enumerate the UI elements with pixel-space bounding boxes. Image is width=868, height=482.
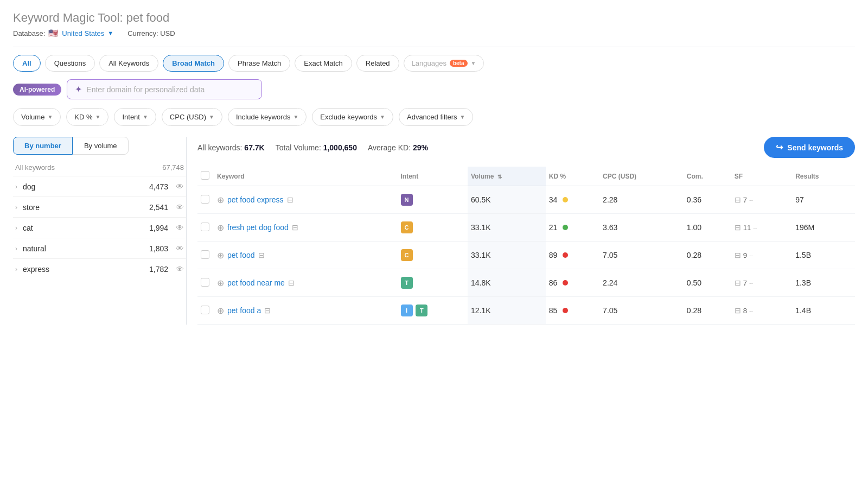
volume-filter[interactable]: Volume ▼	[13, 108, 61, 126]
sort-icon[interactable]: ⇅	[497, 174, 502, 180]
advanced-filters-label: Advanced filters	[407, 113, 457, 121]
include-keywords-filter[interactable]: Include keywords ▼	[228, 108, 307, 126]
add-keyword-icon[interactable]: ⊕	[217, 250, 224, 261]
keyword-link[interactable]: ⊕ pet food a ⊟	[217, 306, 394, 316]
sidebar-item-count: 4,473	[149, 182, 168, 191]
sidebar-item-store[interactable]: › store 2,541 👁	[13, 196, 186, 217]
intent-cell: C	[398, 242, 468, 269]
serp-icon[interactable]: ⊟	[258, 251, 265, 259]
eye-icon[interactable]: 👁	[176, 264, 184, 274]
tab-related[interactable]: Related	[356, 55, 399, 72]
total-volume-summary: Total Volume: 1,000,650	[276, 143, 357, 152]
kd-dot-red	[563, 252, 568, 258]
chevron-down-icon[interactable]: ▼	[107, 30, 113, 36]
table-row: ⊕ pet food a ⊟ I T 12.1K 85	[197, 297, 855, 325]
db-country-link[interactable]: United States	[62, 29, 104, 37]
kd-cell: 34	[546, 186, 599, 214]
table-row: ⊕ pet food ⊟ C 33.1K 89 7.05	[197, 242, 855, 269]
sidebar-item-natural[interactable]: › natural 1,803 👁	[13, 238, 186, 258]
serp-icon[interactable]: ⊟	[292, 223, 298, 232]
sidebar-item-dog[interactable]: › dog 4,473 👁	[13, 176, 186, 196]
keyword-link[interactable]: ⊕ pet food near me ⊟	[217, 278, 394, 288]
add-keyword-icon[interactable]: ⊕	[217, 223, 224, 233]
exclude-keywords-filter[interactable]: Exclude keywords ▼	[312, 108, 393, 126]
serp-icon[interactable]: ⊟	[264, 306, 271, 315]
row-checkbox-cell	[197, 269, 214, 297]
sf-cell: ⊟ 7 --	[731, 186, 793, 214]
page-title: Keyword Magic Tool: pet food	[13, 11, 855, 25]
sf-cell: ⊟ 8 --	[731, 297, 793, 325]
sidebar-item-cat[interactable]: › cat 1,994 👁	[13, 217, 186, 238]
keyword-link[interactable]: ⊕ pet food express ⊟	[217, 195, 394, 205]
table-row: ⊕ fresh pet dog food ⊟ C 33.1K 21 3	[197, 214, 855, 242]
send-keywords-button[interactable]: ↪ Send keywords	[764, 137, 855, 158]
search-keyword: pet food	[126, 11, 170, 24]
sidebar-item-express[interactable]: › express 1,782 👁	[13, 258, 186, 279]
add-keyword-icon[interactable]: ⊕	[217, 306, 224, 316]
col-sf: SF	[731, 167, 793, 186]
cpc-cell: 2.24	[599, 269, 684, 297]
cpc-filter[interactable]: CPC (USD) ▼	[162, 108, 222, 126]
chevron-down-icon: ▼	[95, 114, 101, 120]
sf-cell: ⊟ 11 --	[731, 214, 793, 242]
com-cell: 0.28	[684, 242, 731, 269]
eye-icon[interactable]: 👁	[176, 182, 184, 191]
eye-icon[interactable]: 👁	[176, 223, 184, 232]
tab-all[interactable]: All	[13, 55, 41, 72]
results-cell: 196M	[792, 214, 855, 242]
add-keyword-icon[interactable]: ⊕	[217, 278, 224, 288]
volume-cell: 33.1K	[468, 242, 546, 269]
sf-icon: ⊟	[735, 306, 741, 315]
results-cell: 97	[792, 186, 855, 214]
filters-row: Volume ▼ KD % ▼ Intent ▼ CPC (USD) ▼ Inc…	[13, 108, 855, 126]
row-checkbox[interactable]	[201, 278, 209, 287]
ai-input-wrapper[interactable]: ✦ Enter domain for personalized data	[67, 79, 262, 99]
add-keyword-icon[interactable]: ⊕	[217, 195, 224, 205]
table-row: ⊕ pet food express ⊟ N 60.5K 34 2.2	[197, 186, 855, 214]
intent-badge-t: T	[416, 305, 427, 316]
kd-dot-yellow	[563, 197, 568, 202]
sf-icon: ⊟	[735, 251, 741, 259]
chevron-down-icon: ▼	[293, 114, 298, 120]
serp-icon[interactable]: ⊟	[288, 278, 295, 287]
keyword-link[interactable]: ⊕ pet food ⊟	[217, 250, 394, 261]
header-section: Keyword Magic Tool: pet food Database: 🇺…	[13, 11, 855, 38]
sf-cell: ⊟ 7 --	[731, 269, 793, 297]
select-all-checkbox[interactable]	[201, 171, 209, 180]
chevron-down-icon: ▼	[143, 114, 148, 120]
sf-cell: ⊟ 9 --	[731, 242, 793, 269]
cpc-cell: 7.05	[599, 242, 684, 269]
tab-phrase-match[interactable]: Phrase Match	[228, 55, 290, 72]
volume-cell: 60.5K	[468, 186, 546, 214]
eye-icon[interactable]: 👁	[176, 244, 184, 253]
keyword-link[interactable]: ⊕ fresh pet dog food ⊟	[217, 223, 394, 233]
sidebar-item-label: dog	[23, 182, 146, 191]
tab-broad-match[interactable]: Broad Match	[163, 55, 224, 72]
eye-icon[interactable]: 👁	[176, 202, 184, 212]
tab-languages[interactable]: Languages beta ▼	[404, 55, 484, 72]
chevron-down-icon: ▼	[47, 114, 53, 120]
intent-filter[interactable]: Intent ▼	[114, 108, 156, 126]
tab-all-keywords[interactable]: All Keywords	[99, 55, 158, 72]
header-divider	[13, 47, 855, 47]
sf-dashes: --	[749, 196, 753, 203]
tab-exact-match[interactable]: Exact Match	[295, 55, 352, 72]
sidebar-item-label: cat	[23, 224, 146, 232]
row-checkbox[interactable]	[201, 250, 209, 259]
serp-icon[interactable]: ⊟	[287, 195, 293, 204]
sidebar-tab-by-number[interactable]: By number	[13, 137, 73, 155]
sidebar-tab-by-volume[interactable]: By volume	[73, 137, 129, 155]
com-cell: 1.00	[684, 214, 731, 242]
tab-questions[interactable]: Questions	[45, 55, 95, 72]
sidebar: By number By volume All keywords 67,748 …	[13, 137, 187, 325]
kd-filter[interactable]: KD % ▼	[66, 108, 108, 126]
intent-cell: T	[398, 269, 468, 297]
col-cpc: CPC (USD)	[599, 167, 684, 186]
kd-dot-red	[563, 280, 568, 286]
sidebar-scroll-area[interactable]: › dog 4,473 👁 › store 2,541 👁 › cat 1,99…	[13, 176, 186, 279]
cpc-filter-label: CPC (USD)	[170, 113, 206, 121]
advanced-filters-btn[interactable]: Advanced filters ▼	[399, 108, 473, 126]
row-checkbox[interactable]	[201, 223, 209, 231]
row-checkbox[interactable]	[201, 306, 209, 314]
row-checkbox[interactable]	[201, 195, 209, 204]
